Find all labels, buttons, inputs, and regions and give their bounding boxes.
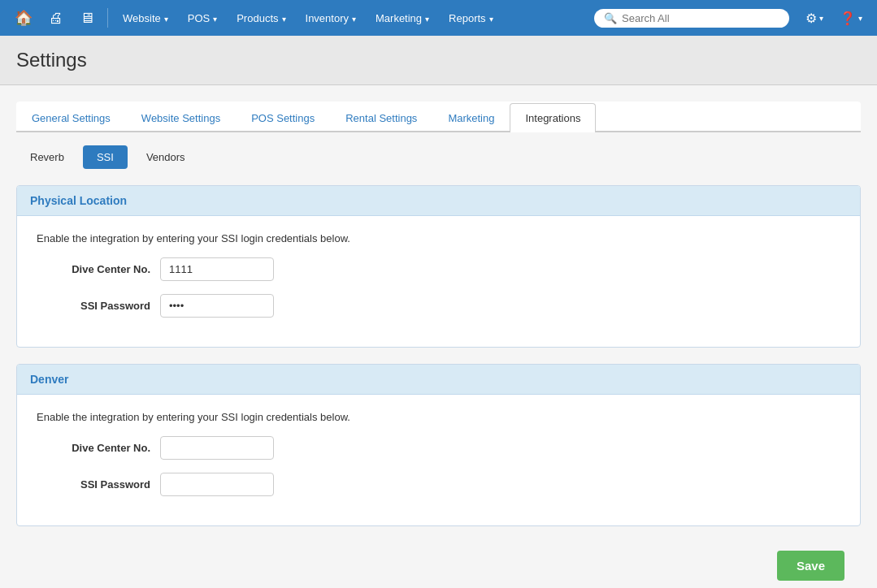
dive-center-label-1: Dive Center No.	[37, 263, 150, 275]
dive-center-input-1[interactable]	[160, 257, 274, 281]
tab-rental-settings[interactable]: Rental Settings	[330, 103, 432, 132]
settings-button[interactable]: ⚙ ▾	[799, 6, 830, 30]
nav-website[interactable]: Website	[115, 7, 176, 29]
search-bar[interactable]: 🔍	[594, 9, 789, 28]
section-physical-location-desc: Enable the integration by entering your …	[37, 232, 840, 244]
tab-website-settings[interactable]: Website Settings	[126, 103, 236, 132]
inventory-chevron	[352, 12, 356, 24]
nav-right: ⚙ ▾ ❓ ▾	[799, 6, 869, 30]
save-button[interactable]: Save	[777, 551, 844, 581]
page-title: Settings	[16, 49, 861, 71]
tab-general-settings[interactable]: General Settings	[16, 103, 126, 132]
form-row-ssi-password-1: SSI Password	[37, 294, 840, 318]
main-content: General Settings Website Settings POS Se…	[0, 85, 877, 588]
section-denver-header: Denver	[17, 365, 860, 395]
nav-marketing[interactable]: Marketing	[367, 7, 437, 29]
ssi-password-input-2[interactable]	[160, 473, 274, 496]
section-physical-location-body: Enable the integration by entering your …	[17, 216, 860, 347]
ssi-password-label-1: SSI Password	[37, 300, 150, 312]
tab-marketing[interactable]: Marketing	[432, 103, 510, 132]
tab-integrations[interactable]: Integrations	[510, 103, 596, 132]
form-row-ssi-password-2: SSI Password	[37, 473, 840, 496]
tab-pos-settings[interactable]: POS Settings	[236, 103, 330, 132]
marketing-chevron	[425, 12, 429, 24]
navbar: 🏠 🖨 🖥 Website POS Products Inventory Mar…	[0, 0, 877, 36]
subtab-ssi[interactable]: SSI	[83, 145, 128, 169]
dive-center-label-2: Dive Center No.	[37, 442, 150, 454]
section-denver: Denver Enable the integration by enterin…	[16, 364, 861, 526]
section-physical-location-header: Physical Location	[17, 186, 860, 216]
pos-chevron	[213, 12, 217, 24]
settings-chevron: ▾	[819, 14, 823, 23]
website-chevron	[164, 12, 168, 24]
reports-chevron	[489, 12, 493, 24]
help-button[interactable]: ❓ ▾	[833, 6, 869, 30]
ssi-password-label-2: SSI Password	[37, 478, 150, 491]
page-title-bar: Settings	[0, 36, 877, 85]
subtab-reverb[interactable]: Reverb	[16, 145, 78, 169]
form-row-dive-center-2: Dive Center No.	[37, 436, 840, 460]
home-icon[interactable]: 🏠	[8, 4, 39, 32]
page-footer: Save	[16, 543, 861, 588]
search-input[interactable]	[622, 12, 779, 24]
nav-pos[interactable]: POS	[180, 7, 225, 29]
search-icon: 🔍	[604, 12, 617, 24]
products-chevron	[282, 12, 286, 24]
pos-icon[interactable]: 🖨	[42, 5, 70, 32]
nav-inventory[interactable]: Inventory	[297, 7, 364, 29]
help-icon: ❓	[840, 11, 856, 26]
sub-tabs-row: Reverb SSI Vendors	[16, 145, 861, 169]
section-physical-location: Physical Location Enable the integration…	[16, 185, 861, 348]
nav-reports[interactable]: Reports	[441, 7, 501, 29]
subtab-vendors[interactable]: Vendors	[132, 145, 199, 169]
tabs-row: General Settings Website Settings POS Se…	[16, 102, 861, 132]
gear-icon: ⚙	[805, 11, 817, 26]
ssi-password-input-1[interactable]	[160, 294, 274, 318]
nav-separator	[107, 8, 108, 28]
form-row-dive-center-1: Dive Center No.	[37, 257, 840, 281]
section-denver-body: Enable the integration by entering your …	[17, 395, 860, 525]
dive-center-input-2[interactable]	[160, 436, 274, 460]
section-denver-desc: Enable the integration by entering your …	[37, 411, 840, 423]
nav-products[interactable]: Products	[228, 7, 293, 29]
help-chevron: ▾	[858, 14, 862, 23]
monitor-icon[interactable]: 🖥	[73, 5, 101, 32]
